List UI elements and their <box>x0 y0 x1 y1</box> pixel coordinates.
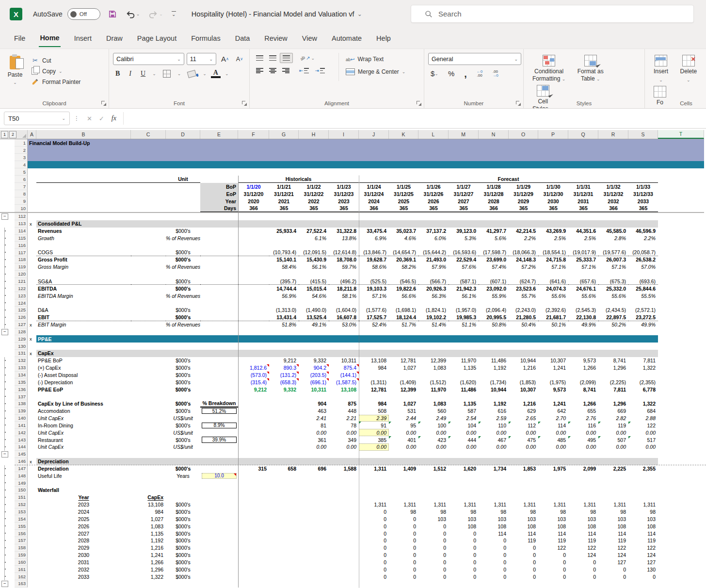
cell-H152[interactable] <box>299 501 329 508</box>
cell-F8[interactable]: 31/12/20 <box>238 190 269 197</box>
search-box[interactable]: Search <box>411 5 694 23</box>
cell[interactable] <box>166 205 200 212</box>
cell-M156[interactable]: 0 <box>449 530 479 537</box>
cell-F161[interactable] <box>238 566 269 573</box>
column-header-S[interactable]: S <box>628 130 658 139</box>
cell-T119[interactable] <box>658 263 704 271</box>
cell-O8[interactable]: 31/12/29 <box>509 190 538 197</box>
cell-R150[interactable] <box>598 487 628 494</box>
cell-I120[interactable] <box>329 271 359 278</box>
select-all-corner[interactable]: 12 <box>0 130 28 139</box>
cell-J127[interactable]: 52.4% <box>359 321 389 328</box>
cell-A155[interactable] <box>28 523 36 530</box>
cell-M137[interactable] <box>449 393 479 400</box>
column-header-D[interactable]: D <box>166 130 200 139</box>
cell-G149[interactable] <box>269 479 299 487</box>
cell-M130[interactable] <box>449 343 479 350</box>
cell-T146[interactable] <box>658 458 704 465</box>
cell-T133[interactable] <box>658 364 704 372</box>
cut-button[interactable]: ✂Cut <box>31 57 80 64</box>
column-header-G[interactable]: G <box>269 130 299 139</box>
cell-K124[interactable] <box>389 299 418 307</box>
cell-H127[interactable]: 49.1% <box>299 321 329 328</box>
cell-P128[interactable] <box>538 328 568 336</box>
cell-G132[interactable]: 9,212 <box>269 357 299 364</box>
cell-Q155[interactable]: 108 <box>568 523 598 530</box>
cell-P132[interactable]: 10,307 <box>538 357 568 364</box>
cell-M112[interactable] <box>449 213 479 220</box>
cell-J151[interactable] <box>359 494 389 501</box>
cell-I151[interactable] <box>329 494 359 501</box>
cell-R112[interactable] <box>598 213 628 220</box>
cell-Q119[interactable]: 57.1% <box>568 263 598 271</box>
cell-R160[interactable]: 127 <box>598 559 628 566</box>
clipboard-dialog-launcher[interactable] <box>101 100 106 106</box>
cell-Q133[interactable]: 1,266 <box>568 364 598 372</box>
cell-L120[interactable] <box>418 271 449 278</box>
cell-G148[interactable] <box>269 472 299 479</box>
cell-A150[interactable] <box>28 487 36 494</box>
cell-K157[interactable]: 0 <box>389 537 418 544</box>
cell-L117[interactable]: (15,644.2) <box>418 249 449 256</box>
increase-decimal-button[interactable]: ←0.00 <box>474 69 485 78</box>
cell-L157[interactable]: 0 <box>418 537 449 544</box>
cell-G121[interactable]: (395.7) <box>269 278 299 285</box>
cell-B147[interactable]: Depreciation <box>36 465 131 473</box>
cell-E161[interactable] <box>200 566 238 573</box>
row-header-114[interactable]: 114 <box>15 228 28 235</box>
cell-P152[interactable]: 1,311 <box>538 501 568 508</box>
cell-H155[interactable] <box>299 523 329 530</box>
cell-B148[interactable]: Useful Life <box>36 472 131 479</box>
cell-R152[interactable]: 1,311 <box>598 501 628 508</box>
cell[interactable] <box>36 190 131 197</box>
undo-button[interactable]: ⌄ <box>125 9 141 19</box>
underline-button[interactable]: U <box>138 69 148 78</box>
cell-O152[interactable]: 1,311 <box>509 501 538 508</box>
name-box[interactable]: T50 ⌄ <box>4 112 70 125</box>
cell-I119[interactable]: 59.7% <box>329 263 359 271</box>
cell-L153[interactable]: 98 <box>418 508 449 516</box>
cell-C154[interactable]: 1,027 <box>131 515 166 523</box>
cell-Q124[interactable] <box>568 299 598 307</box>
align-left-button[interactable] <box>254 66 266 75</box>
cell-M10[interactable]: 365 <box>449 205 479 212</box>
cell-T127[interactable] <box>658 321 704 328</box>
cell[interactable] <box>36 176 131 183</box>
cell-M128[interactable] <box>449 328 479 336</box>
cell-F123[interactable] <box>238 292 269 299</box>
cell-H154[interactable] <box>299 515 329 523</box>
cell-I152[interactable] <box>329 501 359 508</box>
tab-formulas[interactable]: Formulas <box>184 28 227 49</box>
cell-O162[interactable]: 0 <box>509 573 538 580</box>
cell-I145[interactable] <box>329 451 359 458</box>
cell-A139[interactable] <box>28 408 36 415</box>
cell-Q139[interactable]: 655 <box>568 408 598 415</box>
cell-D152[interactable]: $000's <box>166 501 200 508</box>
cell-A120[interactable] <box>28 271 36 278</box>
cell-O130[interactable] <box>509 343 538 350</box>
cell-O139[interactable]: 629 <box>509 408 538 415</box>
row-header-142[interactable]: 142 <box>15 429 28 436</box>
cell-J130[interactable] <box>359 343 389 350</box>
cell-R155[interactable]: 108 <box>598 523 628 530</box>
cell-E132[interactable] <box>200 357 238 364</box>
cell-S138[interactable]: 1,322 <box>628 400 658 408</box>
cell-J163[interactable] <box>359 580 389 588</box>
format-as-table-button[interactable]: Format asTable ⌄ <box>573 53 609 83</box>
cell[interactable] <box>166 190 200 197</box>
cell-O140[interactable]: 2.65 <box>509 415 538 422</box>
cell-D142[interactable]: US$/unit <box>166 429 200 436</box>
cell-M143[interactable]: 444 <box>449 436 479 443</box>
cell-E147[interactable] <box>200 465 238 473</box>
cell-S152[interactable]: 1,311 <box>628 501 658 508</box>
cell-S132[interactable]: 7,811 <box>628 357 658 364</box>
cell-B125[interactable]: D&A <box>36 307 131 314</box>
cell-R136[interactable]: 7,811 <box>598 386 628 393</box>
cell-A122[interactable] <box>28 285 36 292</box>
cell-G153[interactable] <box>269 508 299 516</box>
row-header-149[interactable]: 149 <box>15 479 28 487</box>
cell-B157[interactable]: 2028 <box>36 537 131 544</box>
cell-Q122[interactable]: 24,676.1 <box>568 285 598 292</box>
cell-G119[interactable]: 58.4% <box>269 263 299 271</box>
cell-O121[interactable]: (624.7) <box>509 278 538 285</box>
